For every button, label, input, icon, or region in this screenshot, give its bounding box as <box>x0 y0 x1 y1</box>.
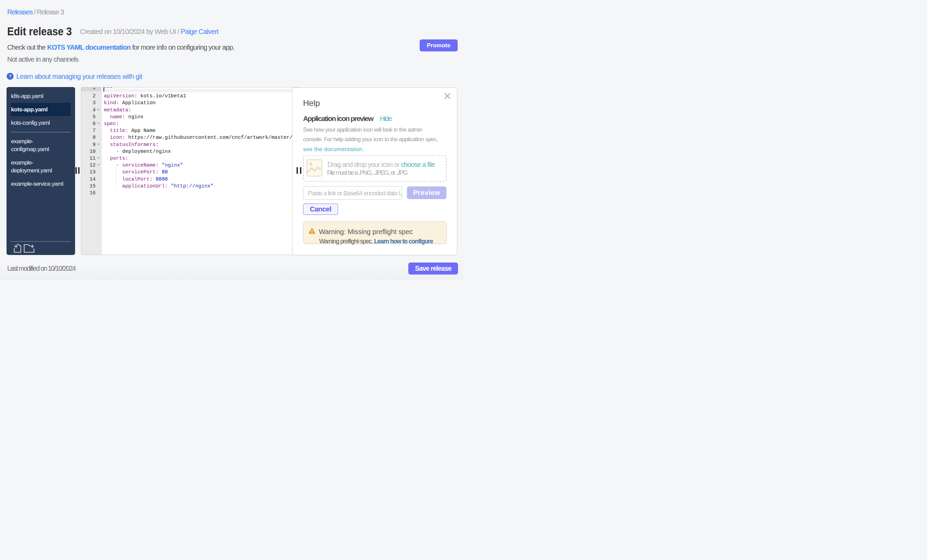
svg-text:?: ? <box>9 74 11 79</box>
